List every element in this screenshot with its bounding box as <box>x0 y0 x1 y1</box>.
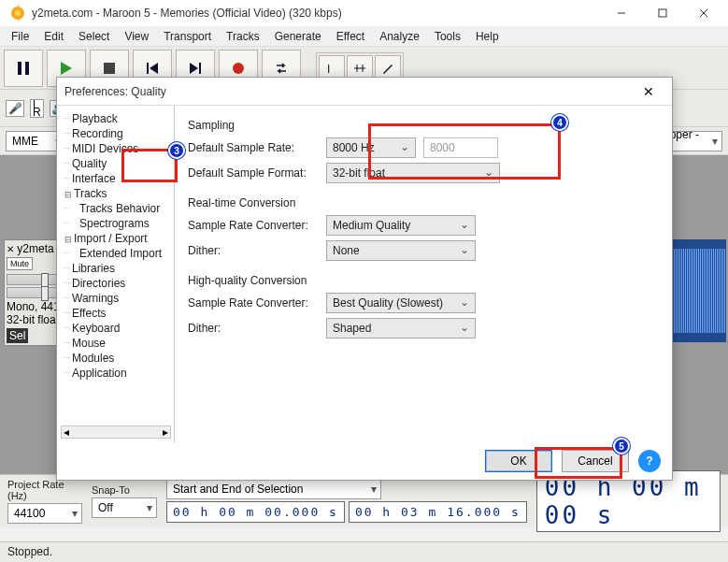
tree-tracks-behavior[interactable]: Tracks Behavior <box>59 201 172 216</box>
tree-effects[interactable]: Effects <box>59 306 172 321</box>
menu-file[interactable]: File <box>4 28 36 45</box>
mute-button[interactable]: Mute <box>7 257 33 270</box>
waveform[interactable] <box>670 239 726 342</box>
selection-toolbar: Project Rate (Hz) 44100 Snap-To Off Star… <box>0 474 728 526</box>
tree-libraries[interactable]: Libraries <box>59 261 172 276</box>
svg-rect-3 <box>659 9 666 17</box>
snap-to-dropdown[interactable]: Off <box>92 497 157 518</box>
rt-dither-dropdown[interactable]: None <box>326 240 476 261</box>
menu-tools[interactable]: Tools <box>427 28 468 45</box>
maximize-button[interactable] <box>642 0 683 26</box>
tree-extended-import[interactable]: Extended Import <box>59 246 172 261</box>
app-icon <box>9 5 26 22</box>
dialog-footer: OK Cancel ? <box>57 442 672 480</box>
status-text: Stopped. <box>7 545 52 558</box>
tree-hscroll[interactable]: ◂▸ <box>61 425 171 439</box>
default-sample-rate-input[interactable]: 8000 <box>423 137 498 158</box>
tree-tracks[interactable]: Tracks <box>59 186 172 201</box>
titlebar: y2meta.com - Maroon 5 - Memories (Offici… <box>0 0 728 26</box>
label-rt-src: Sample Rate Converter: <box>188 219 319 232</box>
project-rate-dropdown[interactable]: 44100 <box>7 503 82 524</box>
tree-keyboard[interactable]: Keyboard <box>59 321 172 336</box>
annotation-badge-4: 4 <box>551 114 568 131</box>
menu-effect[interactable]: Effect <box>329 28 372 45</box>
window-title: y2meta.com - Maroon 5 - Memories (Offici… <box>32 7 601 20</box>
svg-marker-12 <box>190 63 198 74</box>
label-hq-src: Sample Rate Converter: <box>188 296 319 310</box>
preferences-dialog: Preferences: Quality ✕ Playback Recordin… <box>56 77 673 481</box>
label-sample-format: Default Sample Format: <box>188 166 319 180</box>
tree-playback[interactable]: Playback <box>59 111 172 126</box>
track-name: y2meta <box>17 242 53 255</box>
menu-help[interactable]: Help <box>468 28 507 45</box>
track-select-button[interactable]: Sel <box>7 328 28 343</box>
track-close-icon[interactable]: ✕ <box>7 244 14 254</box>
tree-quality[interactable]: Quality <box>59 156 172 171</box>
label-hq-dither: Dither: <box>188 322 319 335</box>
rec-lr-icon: LR <box>30 99 44 118</box>
menu-select[interactable]: Select <box>71 28 117 45</box>
dialog-titlebar: Preferences: Quality ✕ <box>57 78 672 106</box>
status-bar: Stopped. <box>0 541 728 562</box>
close-button[interactable] <box>683 0 724 26</box>
hq-src-dropdown[interactable]: Best Quality (Slowest) <box>326 293 476 313</box>
label-rt-dither: Dither: <box>188 244 319 257</box>
svg-rect-13 <box>199 63 201 74</box>
svg-text:I: I <box>327 63 330 75</box>
annotation-badge-3: 3 <box>168 142 185 159</box>
default-sample-rate-dropdown[interactable]: 8000 Hz <box>326 137 416 158</box>
tree-directories[interactable]: Directories <box>59 276 172 291</box>
menu-generate[interactable]: Generate <box>267 28 329 45</box>
svg-rect-6 <box>18 62 21 75</box>
pause-button[interactable] <box>4 50 43 87</box>
menu-transport[interactable]: Transport <box>156 28 219 45</box>
tree-spectrograms[interactable]: Spectrograms <box>59 216 172 231</box>
menu-edit[interactable]: Edit <box>36 28 71 45</box>
menu-analyze[interactable]: Analyze <box>372 28 427 45</box>
default-sample-format-dropdown[interactable]: 32-bit float <box>326 163 500 183</box>
preferences-tree[interactable]: Playback Recording MIDI Devices Quality … <box>57 106 175 442</box>
ok-button[interactable]: OK <box>485 450 552 472</box>
dialog-title: Preferences: Quality <box>64 85 633 98</box>
help-button[interactable]: ? <box>638 450 661 472</box>
project-rate-label: Project Rate (Hz) <box>7 479 82 501</box>
svg-rect-10 <box>147 63 149 74</box>
menubar: File Edit Select View Transport Tracks G… <box>0 26 728 47</box>
tree-mouse[interactable]: Mouse <box>59 336 172 351</box>
mic-icon[interactable]: 🎤 <box>6 100 24 117</box>
svg-marker-8 <box>61 62 72 75</box>
svg-marker-11 <box>150 63 158 74</box>
hq-dither-dropdown[interactable]: Shaped <box>326 318 476 339</box>
dialog-close-button[interactable]: ✕ <box>633 84 664 99</box>
svg-rect-9 <box>104 63 115 74</box>
tree-import-export[interactable]: Import / Export <box>59 231 172 246</box>
annotation-badge-5: 5 <box>613 438 630 454</box>
tree-interface[interactable]: Interface <box>59 171 172 186</box>
svg-rect-7 <box>25 62 29 75</box>
group-hq: High-quality Conversion <box>188 274 659 287</box>
selection-end-field[interactable]: 00 h 03 m 16.000 s <box>349 501 527 523</box>
tree-recording[interactable]: Recording <box>59 126 172 141</box>
menu-tracks[interactable]: Tracks <box>219 28 267 45</box>
tree-warnings[interactable]: Warnings <box>59 291 172 306</box>
svg-point-1 <box>15 10 21 16</box>
tree-midi[interactable]: MIDI Devices <box>59 141 172 156</box>
minimize-button[interactable] <box>601 0 642 26</box>
menu-view[interactable]: View <box>117 28 156 45</box>
rt-src-dropdown[interactable]: Medium Quality <box>326 215 476 236</box>
group-rt: Real-time Conversion <box>188 196 659 209</box>
preferences-pane: Sampling Default Sample Rate: 8000 Hz 80… <box>175 106 672 442</box>
tree-application[interactable]: Application <box>59 366 172 381</box>
group-sampling: Sampling <box>188 119 659 132</box>
svg-point-14 <box>233 63 244 74</box>
tree-modules[interactable]: Modules <box>59 351 172 366</box>
label-sample-rate: Default Sample Rate: <box>188 141 319 154</box>
selection-mode-dropdown[interactable]: Start and End of Selection <box>166 479 381 499</box>
snap-to-label: Snap-To <box>92 484 157 496</box>
selection-start-field[interactable]: 00 h 00 m 00.000 s <box>166 501 345 523</box>
